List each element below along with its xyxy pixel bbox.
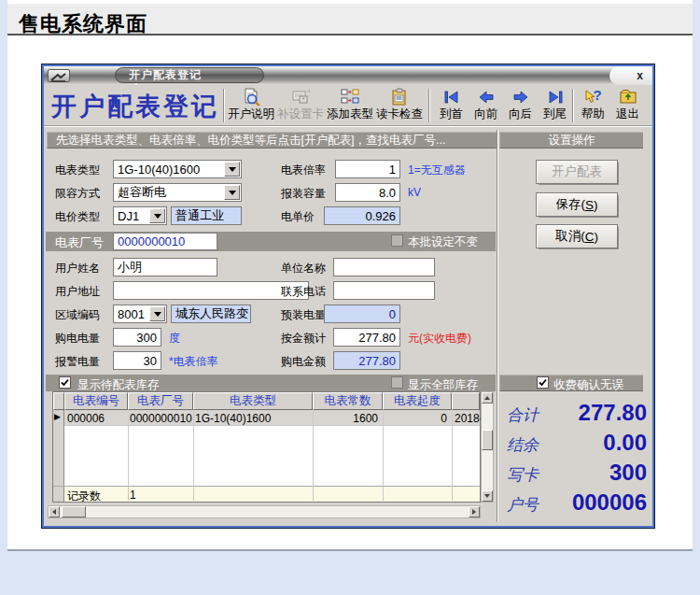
table-header-extra[interactable] — [452, 392, 480, 410]
limit-mode-label: 限容方式 — [55, 186, 100, 202]
capacity-label: 报装容量 — [281, 186, 326, 202]
title-bar[interactable]: 开户配表登记 x — [44, 66, 652, 85]
table-hscrollbar[interactable] — [48, 505, 481, 518]
toolbar-button-reissue-card[interactable]: *+ 补设置卡 — [276, 87, 325, 124]
limit-mode-select[interactable]: 超容断电 — [113, 183, 242, 202]
chevron-down-icon[interactable] — [149, 208, 165, 223]
window-title: 开户配表登记 — [129, 67, 202, 83]
table-header-constant[interactable]: 电表常数 — [313, 392, 383, 410]
price-type-label: 电价类型 — [55, 209, 100, 225]
pay-confirm-checkbox[interactable] — [537, 376, 549, 389]
account-no-value: 000006 — [527, 489, 647, 516]
toolbar-button-label: 帮助 — [581, 106, 605, 122]
cancel-button[interactable]: 取消(C) — [536, 224, 618, 248]
cell-start-reading: 0 — [383, 412, 447, 425]
user-name-value: 小明 — [118, 259, 142, 276]
ratio-input[interactable]: 1 — [335, 160, 400, 178]
factory-value: 0000000010 — [118, 234, 185, 248]
toolbar-separator — [223, 89, 225, 122]
table-header-factory-no[interactable]: 电表厂号 — [128, 392, 193, 410]
toolbar-button-last[interactable]: 到尾 — [538, 87, 572, 124]
buy-qty-value: 300 — [136, 331, 157, 345]
preload-field: 0 — [324, 305, 400, 323]
hint-text: 先选择电表类型、电表倍率、电价类型等后点击[开户配表]，查找电表厂号... — [56, 133, 445, 149]
org-name-label: 单位名称 — [281, 261, 326, 276]
chevron-down-icon[interactable] — [224, 162, 240, 177]
table-header-meter-type[interactable]: 电表类型 — [193, 392, 313, 410]
save-button[interactable]: 保存(S) — [536, 192, 618, 217]
capacity-input[interactable]: 8.0 — [335, 183, 400, 202]
price-type-select[interactable]: DJ1 — [113, 206, 167, 225]
table-header-meter-no[interactable]: 电表编号 — [64, 392, 128, 410]
amount-label: 按金额计 — [281, 331, 326, 347]
phone-input[interactable] — [333, 281, 435, 300]
price-type-name-field: 普通工业 — [171, 206, 242, 225]
dialog-window: 开户配表登记 x 开户配表登记 开户说明 *+ 补设置卡 — [41, 64, 655, 529]
window-title-capsule: 开户配表登记 — [115, 67, 264, 83]
footer-selector-cell — [53, 487, 64, 502]
record-count-label: 记录数 — [67, 489, 101, 504]
batch-keep-label: 本批设定不变 — [408, 234, 478, 250]
scroll-down-button[interactable] — [482, 490, 493, 502]
page-header: 售电系统界面 — [7, 4, 693, 35]
open-account-button[interactable]: 开户配表 — [536, 160, 618, 184]
user-address-input[interactable] — [113, 281, 309, 300]
preload-value: 0 — [389, 307, 396, 321]
meter-stock-table: 电表编号 电表厂号 电表类型 电表常数 电表起度 ▶ 000006 000000… — [52, 391, 481, 503]
close-button[interactable]: x — [609, 66, 652, 85]
buy-qty-label: 购电电量 — [55, 331, 100, 347]
scroll-up-button[interactable] — [482, 392, 493, 404]
toolbar-button-help[interactable]: ? 帮助 — [576, 87, 610, 124]
toolbar-button-label: 开户说明 — [228, 106, 274, 122]
last-record-icon — [545, 88, 566, 106]
toolbar-button-read-card-check[interactable]: 读卡检查 — [375, 87, 424, 124]
org-name-input[interactable] — [333, 258, 435, 276]
buy-qty-input[interactable]: 300 — [113, 328, 161, 347]
capacity-value: 8.0 — [379, 186, 396, 200]
buy-amount-value: 277.80 — [358, 354, 396, 368]
buy-amount-label: 购电金额 — [281, 354, 326, 370]
user-name-input[interactable]: 小明 — [113, 258, 217, 276]
scroll-right-button[interactable] — [469, 506, 480, 517]
alarm-qty-input[interactable]: 30 — [113, 351, 161, 370]
next-record-icon — [511, 88, 531, 106]
factory-input[interactable]: 0000000010 — [113, 233, 217, 250]
amount-input[interactable]: 277.80 — [333, 328, 400, 347]
ops-panel-header: 设置操作 — [499, 132, 643, 149]
exit-icon — [618, 88, 638, 106]
content-panel: 售电系统界面 开户配表登记 x 开户配表登记 开户说明 — [7, 0, 693, 551]
ratio-note: 1=无互感器 — [408, 163, 466, 178]
chevron-down-icon[interactable] — [149, 306, 165, 321]
toolbar-button-first[interactable]: 到首 — [434, 87, 469, 124]
write-card-value: 300 — [527, 460, 647, 486]
scroll-left-button[interactable] — [49, 506, 60, 517]
vscroll-thumb[interactable] — [482, 430, 493, 450]
show-pending-checkbox[interactable] — [59, 376, 71, 389]
show-all-checkbox[interactable] — [391, 376, 403, 389]
toolbar: 开户配表登记 开户说明 *+ 补设置卡 添加表型 — [44, 85, 652, 126]
limit-mode-value: 超容断电 — [118, 184, 166, 201]
preload-label: 预装电量 — [281, 307, 326, 323]
batch-keep-checkbox[interactable] — [391, 234, 403, 247]
toolbar-button-label: 向前 — [474, 106, 497, 122]
current-row-marker: ▶ — [54, 412, 61, 421]
ratio-value: 1 — [389, 163, 396, 177]
toolbar-button-add-meter-type[interactable]: 添加表型 — [326, 87, 374, 124]
toolbar-button-exit[interactable]: 退出 — [610, 87, 645, 124]
region-name: 城东人民路变 — [175, 305, 248, 322]
toolbar-button-open-help[interactable]: 开户说明 — [227, 87, 275, 124]
toolbar-button-previous[interactable]: 向前 — [469, 87, 503, 124]
hscroll-thumb[interactable] — [62, 506, 86, 517]
table-header-start-reading[interactable]: 电表起度 — [383, 392, 452, 410]
buy-amount-field: 277.80 — [333, 351, 400, 370]
meter-type-select[interactable]: 1G-10(40)1600 — [113, 160, 242, 178]
alarm-note: *电表倍率 — [169, 354, 218, 370]
toolbar-button-next[interactable]: 向后 — [503, 87, 538, 124]
table-vscrollbar[interactable] — [481, 391, 494, 503]
chevron-down-icon[interactable] — [224, 185, 240, 200]
cell-date: 2018- — [455, 412, 483, 425]
svg-text:?: ? — [593, 88, 601, 103]
unit-price-field: 0.926 — [324, 206, 400, 225]
region-code-select[interactable]: 8001 — [113, 305, 167, 323]
clipboard-icon — [389, 88, 410, 106]
